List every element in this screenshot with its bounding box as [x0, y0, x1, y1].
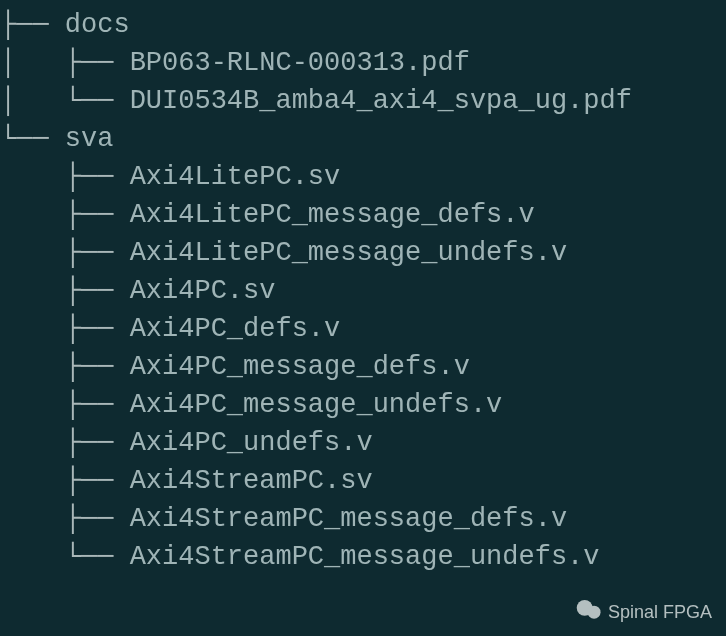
watermark-text: Spinal FPGA: [608, 602, 712, 623]
file-name: Axi4PC_message_defs.v: [130, 352, 470, 382]
file-name: Axi4PC_undefs.v: [130, 428, 373, 458]
tree-branch-icon: ├──: [0, 10, 65, 40]
dir-name: docs: [65, 10, 130, 40]
file-name: Axi4StreamPC.sv: [130, 466, 373, 496]
file-name: Axi4StreamPC_message_defs.v: [130, 504, 567, 534]
tree-branch-icon: │ ├──: [0, 48, 130, 78]
tree-branch-icon: └──: [0, 124, 65, 154]
tree-file: ├── Axi4PC_message_undefs.v: [0, 386, 726, 424]
tree-branch-icon: ├──: [0, 314, 130, 344]
file-name: Axi4PC.sv: [130, 276, 276, 306]
tree-file: ├── Axi4LitePC_message_defs.v: [0, 196, 726, 234]
tree-file: ├── Axi4PC.sv: [0, 272, 726, 310]
tree-branch-icon: ├──: [0, 238, 130, 268]
file-name: DUI0534B_amba4_axi4_svpa_ug.pdf: [130, 86, 632, 116]
tree-file: ├── Axi4StreamPC_message_defs.v: [0, 500, 726, 538]
tree-file: │ ├── BP063-RLNC-000313.pdf: [0, 44, 726, 82]
tree-dir: └── sva: [0, 120, 726, 158]
file-name: Axi4PC_message_undefs.v: [130, 390, 503, 420]
file-name: Axi4LitePC_message_undefs.v: [130, 238, 567, 268]
file-name: BP063-RLNC-000313.pdf: [130, 48, 470, 78]
tree-file: ├── Axi4PC_message_defs.v: [0, 348, 726, 386]
tree-branch-icon: └──: [0, 542, 130, 572]
wechat-icon: [576, 599, 602, 626]
directory-tree: ├── docs│ ├── BP063-RLNC-000313.pdf│ └──…: [0, 0, 726, 576]
tree-branch-icon: ├──: [0, 352, 130, 382]
file-name: Axi4PC_defs.v: [130, 314, 341, 344]
tree-branch-icon: ├──: [0, 276, 130, 306]
tree-branch-icon: ├──: [0, 466, 130, 496]
tree-branch-icon: ├──: [0, 200, 130, 230]
tree-branch-icon: ├──: [0, 162, 130, 192]
dir-name: sva: [65, 124, 114, 154]
tree-branch-icon: ├──: [0, 428, 130, 458]
tree-file: ├── Axi4LitePC_message_undefs.v: [0, 234, 726, 272]
tree-branch-icon: ├──: [0, 390, 130, 420]
tree-file: ├── Axi4LitePC.sv: [0, 158, 726, 196]
tree-file: └── Axi4StreamPC_message_undefs.v: [0, 538, 726, 576]
file-name: Axi4LitePC.sv: [130, 162, 341, 192]
tree-file: ├── Axi4StreamPC.sv: [0, 462, 726, 500]
watermark: Spinal FPGA: [576, 599, 712, 626]
tree-file: ├── Axi4PC_defs.v: [0, 310, 726, 348]
svg-point-1: [588, 606, 601, 619]
file-name: Axi4LitePC_message_defs.v: [130, 200, 535, 230]
tree-branch-icon: ├──: [0, 504, 130, 534]
tree-branch-icon: │ └──: [0, 86, 130, 116]
tree-file: ├── Axi4PC_undefs.v: [0, 424, 726, 462]
tree-dir: ├── docs: [0, 6, 726, 44]
tree-file: │ └── DUI0534B_amba4_axi4_svpa_ug.pdf: [0, 82, 726, 120]
file-name: Axi4StreamPC_message_undefs.v: [130, 542, 600, 572]
